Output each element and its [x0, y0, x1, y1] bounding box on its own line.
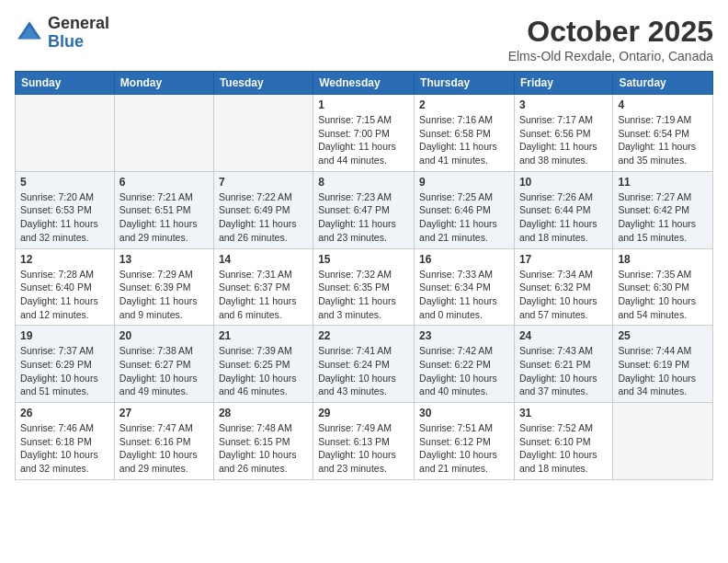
day-number: 23 — [419, 329, 509, 342]
day-cell: 19Sunrise: 7:37 AM Sunset: 6:29 PM Dayli… — [16, 326, 115, 403]
day-info: Sunrise: 7:35 AM Sunset: 6:30 PM Dayligh… — [618, 268, 708, 322]
day-info: Sunrise: 7:46 AM Sunset: 6:18 PM Dayligh… — [20, 421, 109, 476]
day-info: Sunrise: 7:34 AM Sunset: 6:32 PM Dayligh… — [519, 268, 608, 322]
day-info: Sunrise: 7:49 AM Sunset: 6:13 PM Dayligh… — [318, 421, 409, 476]
day-cell: 1Sunrise: 7:15 AM Sunset: 7:00 PM Daylig… — [313, 95, 415, 172]
day-number: 16 — [419, 253, 509, 266]
weekday-header-friday: Friday — [514, 72, 612, 95]
day-number: 9 — [419, 176, 509, 189]
day-number: 20 — [119, 329, 209, 342]
calendar-table: SundayMondayTuesdayWednesdayThursdayFrid… — [15, 71, 713, 480]
day-cell: 15Sunrise: 7:32 AM Sunset: 6:35 PM Dayli… — [313, 248, 415, 326]
location: Elms-Old Rexdale, Ontario, Canada — [508, 49, 713, 63]
day-number: 12 — [20, 253, 109, 266]
day-cell: 4Sunrise: 7:19 AM Sunset: 6:54 PM Daylig… — [613, 95, 713, 172]
weekday-header-wednesday: Wednesday — [313, 72, 415, 95]
day-info: Sunrise: 7:47 AM Sunset: 6:16 PM Dayligh… — [119, 421, 209, 476]
logo-icon — [15, 18, 44, 48]
day-number: 6 — [119, 176, 209, 189]
day-number: 22 — [318, 329, 409, 342]
day-number: 4 — [618, 98, 708, 111]
day-number: 29 — [318, 407, 409, 419]
day-number: 3 — [519, 98, 608, 111]
day-info: Sunrise: 7:42 AM Sunset: 6:22 PM Dayligh… — [419, 344, 509, 398]
week-row-0: 1Sunrise: 7:15 AM Sunset: 7:00 PM Daylig… — [16, 95, 713, 172]
day-number: 11 — [618, 176, 708, 189]
day-info: Sunrise: 7:38 AM Sunset: 6:27 PM Dayligh… — [119, 344, 209, 398]
weekday-header-saturday: Saturday — [613, 72, 713, 95]
day-number: 14 — [219, 253, 308, 266]
day-number: 1 — [318, 98, 409, 111]
day-info: Sunrise: 7:32 AM Sunset: 6:35 PM Dayligh… — [318, 268, 409, 322]
day-cell — [213, 95, 313, 172]
day-cell: 9Sunrise: 7:25 AM Sunset: 6:46 PM Daylig… — [415, 171, 515, 248]
day-number: 28 — [219, 407, 308, 419]
day-info: Sunrise: 7:27 AM Sunset: 6:42 PM Dayligh… — [618, 190, 708, 245]
day-info: Sunrise: 7:23 AM Sunset: 6:47 PM Dayligh… — [318, 190, 409, 245]
weekday-header-row: SundayMondayTuesdayWednesdayThursdayFrid… — [16, 72, 713, 95]
day-cell: 27Sunrise: 7:47 AM Sunset: 6:16 PM Dayli… — [114, 403, 213, 480]
week-row-3: 19Sunrise: 7:37 AM Sunset: 6:29 PM Dayli… — [16, 326, 713, 403]
day-info: Sunrise: 7:48 AM Sunset: 6:15 PM Dayligh… — [219, 421, 308, 476]
day-info: Sunrise: 7:52 AM Sunset: 6:10 PM Dayligh… — [519, 421, 608, 476]
day-info: Sunrise: 7:25 AM Sunset: 6:46 PM Dayligh… — [419, 190, 509, 245]
day-cell: 13Sunrise: 7:29 AM Sunset: 6:39 PM Dayli… — [114, 248, 213, 326]
day-cell — [613, 403, 713, 480]
day-cell: 24Sunrise: 7:43 AM Sunset: 6:21 PM Dayli… — [514, 326, 612, 403]
day-number: 31 — [519, 407, 608, 419]
day-cell: 3Sunrise: 7:17 AM Sunset: 6:56 PM Daylig… — [514, 95, 612, 172]
day-number: 27 — [119, 407, 209, 419]
month-title: October 2025 — [508, 15, 713, 49]
day-number: 8 — [318, 176, 409, 189]
day-info: Sunrise: 7:17 AM Sunset: 6:56 PM Dayligh… — [519, 113, 608, 167]
day-cell: 8Sunrise: 7:23 AM Sunset: 6:47 PM Daylig… — [313, 171, 415, 248]
day-cell: 12Sunrise: 7:28 AM Sunset: 6:40 PM Dayli… — [16, 248, 115, 326]
day-info: Sunrise: 7:43 AM Sunset: 6:21 PM Dayligh… — [519, 344, 608, 398]
day-info: Sunrise: 7:41 AM Sunset: 6:24 PM Dayligh… — [318, 344, 409, 398]
day-cell: 10Sunrise: 7:26 AM Sunset: 6:44 PM Dayli… — [514, 171, 612, 248]
day-cell: 29Sunrise: 7:49 AM Sunset: 6:13 PM Dayli… — [313, 403, 415, 480]
day-info: Sunrise: 7:15 AM Sunset: 7:00 PM Dayligh… — [318, 113, 409, 167]
day-info: Sunrise: 7:21 AM Sunset: 6:51 PM Dayligh… — [119, 190, 209, 245]
day-number: 15 — [318, 253, 409, 266]
day-cell: 26Sunrise: 7:46 AM Sunset: 6:18 PM Dayli… — [16, 403, 115, 480]
day-cell: 5Sunrise: 7:20 AM Sunset: 6:53 PM Daylig… — [16, 171, 115, 248]
day-cell: 21Sunrise: 7:39 AM Sunset: 6:25 PM Dayli… — [213, 326, 313, 403]
day-cell: 18Sunrise: 7:35 AM Sunset: 6:30 PM Dayli… — [613, 248, 713, 326]
page-header: General Blue October 2025 Elms-Old Rexda… — [15, 15, 713, 63]
day-cell: 6Sunrise: 7:21 AM Sunset: 6:51 PM Daylig… — [114, 171, 213, 248]
day-cell — [16, 95, 115, 172]
day-info: Sunrise: 7:33 AM Sunset: 6:34 PM Dayligh… — [419, 268, 509, 322]
day-info: Sunrise: 7:31 AM Sunset: 6:37 PM Dayligh… — [219, 268, 308, 322]
day-info: Sunrise: 7:16 AM Sunset: 6:58 PM Dayligh… — [419, 113, 509, 167]
day-cell: 31Sunrise: 7:52 AM Sunset: 6:10 PM Dayli… — [514, 403, 612, 480]
day-cell: 11Sunrise: 7:27 AM Sunset: 6:42 PM Dayli… — [613, 171, 713, 248]
title-block: October 2025 Elms-Old Rexdale, Ontario, … — [508, 15, 713, 63]
day-cell: 30Sunrise: 7:51 AM Sunset: 6:12 PM Dayli… — [415, 403, 515, 480]
weekday-header-tuesday: Tuesday — [213, 72, 313, 95]
day-info: Sunrise: 7:37 AM Sunset: 6:29 PM Dayligh… — [20, 344, 109, 398]
day-number: 2 — [419, 98, 509, 111]
day-info: Sunrise: 7:22 AM Sunset: 6:49 PM Dayligh… — [219, 190, 308, 245]
day-number: 19 — [20, 329, 109, 342]
day-cell: 17Sunrise: 7:34 AM Sunset: 6:32 PM Dayli… — [514, 248, 612, 326]
day-info: Sunrise: 7:39 AM Sunset: 6:25 PM Dayligh… — [219, 344, 308, 398]
day-info: Sunrise: 7:44 AM Sunset: 6:19 PM Dayligh… — [618, 344, 708, 398]
day-cell: 2Sunrise: 7:16 AM Sunset: 6:58 PM Daylig… — [415, 95, 515, 172]
logo-text: General Blue — [48, 15, 109, 52]
day-cell: 16Sunrise: 7:33 AM Sunset: 6:34 PM Dayli… — [415, 248, 515, 326]
week-row-2: 12Sunrise: 7:28 AM Sunset: 6:40 PM Dayli… — [16, 248, 713, 326]
day-info: Sunrise: 7:20 AM Sunset: 6:53 PM Dayligh… — [20, 190, 109, 245]
day-info: Sunrise: 7:51 AM Sunset: 6:12 PM Dayligh… — [419, 421, 509, 476]
weekday-header-monday: Monday — [114, 72, 213, 95]
day-cell: 22Sunrise: 7:41 AM Sunset: 6:24 PM Dayli… — [313, 326, 415, 403]
day-number: 7 — [219, 176, 308, 189]
day-info: Sunrise: 7:29 AM Sunset: 6:39 PM Dayligh… — [119, 268, 209, 322]
day-cell: 25Sunrise: 7:44 AM Sunset: 6:19 PM Dayli… — [613, 326, 713, 403]
day-cell — [114, 95, 213, 172]
day-number: 25 — [618, 329, 708, 342]
day-info: Sunrise: 7:28 AM Sunset: 6:40 PM Dayligh… — [20, 268, 109, 322]
week-row-1: 5Sunrise: 7:20 AM Sunset: 6:53 PM Daylig… — [16, 171, 713, 248]
day-number: 13 — [119, 253, 209, 266]
logo: General Blue — [15, 15, 109, 52]
